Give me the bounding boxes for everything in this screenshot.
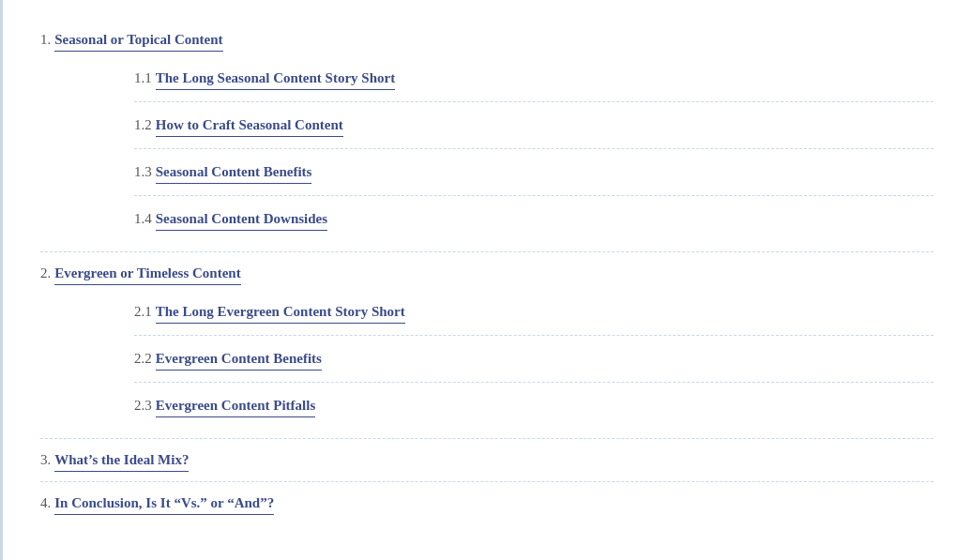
toc-item-row: 4.In Conclusion, Is It “Vs.” or “And”? xyxy=(40,492,933,515)
toc-sub-number: 1.3 xyxy=(134,160,152,183)
toc-sub-number: 2.3 xyxy=(134,394,152,416)
toc-sub-link[interactable]: Seasonal Content Downsides xyxy=(156,207,327,231)
toc-main-link[interactable]: Seasonal or Topical Content xyxy=(54,28,222,52)
toc-sub-number: 2.1 xyxy=(134,300,152,323)
toc-sub-item: 2.3Evergreen Content Pitfalls xyxy=(134,383,933,429)
toc-sub-number: 1.2 xyxy=(134,114,152,136)
toc-sub-item: 1.2How to Craft Seasonal Content xyxy=(134,102,933,149)
toc-sub-number: 1.4 xyxy=(134,207,152,230)
toc-sub-item: 2.1The Long Evergreen Content Story Shor… xyxy=(134,289,933,336)
toc-sub-link[interactable]: Evergreen Content Benefits xyxy=(156,347,322,371)
toc-sub-link[interactable]: Seasonal Content Benefits xyxy=(156,160,312,184)
toc-item: 4.In Conclusion, Is It “Vs.” or “And”? xyxy=(40,482,933,524)
toc-item-row: 3.What’s the Ideal Mix? xyxy=(40,448,933,472)
toc-item-number: 4. xyxy=(40,492,51,514)
toc-sub-link[interactable]: The Long Evergreen Content Story Short xyxy=(156,300,405,324)
toc-main-link[interactable]: Evergreen or Timeless Content xyxy=(54,262,240,285)
toc-sub-list: 1.1The Long Seasonal Content Story Short… xyxy=(40,55,933,242)
toc-item-number: 3. xyxy=(40,448,51,471)
toc-item-number: 1. xyxy=(40,28,51,51)
toc-main-link[interactable]: In Conclusion, Is It “Vs.” or “And”? xyxy=(54,492,274,515)
toc-sub-item: 2.2Evergreen Content Benefits xyxy=(134,336,933,383)
toc-item-row: 1.Seasonal or Topical Content xyxy=(40,28,933,52)
page-container: 1.Seasonal or Topical Content1.1The Long… xyxy=(0,0,971,560)
toc-item: 2.Evergreen or Timeless Content2.1The Lo… xyxy=(40,252,933,439)
toc-sub-item: 1.3Seasonal Content Benefits xyxy=(134,149,933,196)
toc-sub-item: 1.1The Long Seasonal Content Story Short xyxy=(134,55,933,102)
toc-sub-item-row: 2.2Evergreen Content Benefits xyxy=(134,347,933,371)
toc-sub-item-row: 1.4Seasonal Content Downsides xyxy=(134,207,933,231)
toc-item: 1.Seasonal or Topical Content1.1The Long… xyxy=(40,19,933,252)
toc-sub-item-row: 1.2How to Craft Seasonal Content xyxy=(134,114,933,137)
toc-sub-item-row: 1.3Seasonal Content Benefits xyxy=(134,160,933,184)
table-of-contents: 1.Seasonal or Topical Content1.1The Long… xyxy=(40,19,933,524)
toc-sub-number: 1.1 xyxy=(134,67,152,89)
toc-sub-list: 2.1The Long Evergreen Content Story Shor… xyxy=(40,289,933,429)
toc-sub-number: 2.2 xyxy=(134,347,152,370)
toc-main-link[interactable]: What’s the Ideal Mix? xyxy=(54,448,189,472)
toc-item-row: 2.Evergreen or Timeless Content xyxy=(40,262,933,285)
toc-sub-link[interactable]: Evergreen Content Pitfalls xyxy=(156,394,316,417)
toc-sub-link[interactable]: How to Craft Seasonal Content xyxy=(156,114,343,137)
toc-sub-item-row: 1.1The Long Seasonal Content Story Short xyxy=(134,67,933,90)
toc-item: 3.What’s the Ideal Mix? xyxy=(40,439,933,482)
toc-sub-item-row: 2.1The Long Evergreen Content Story Shor… xyxy=(134,300,933,324)
toc-item-number: 2. xyxy=(40,262,51,284)
toc-sub-item-row: 2.3Evergreen Content Pitfalls xyxy=(134,394,933,417)
toc-sub-item: 1.4Seasonal Content Downsides xyxy=(134,196,933,242)
toc-sub-link[interactable]: The Long Seasonal Content Story Short xyxy=(156,67,395,90)
